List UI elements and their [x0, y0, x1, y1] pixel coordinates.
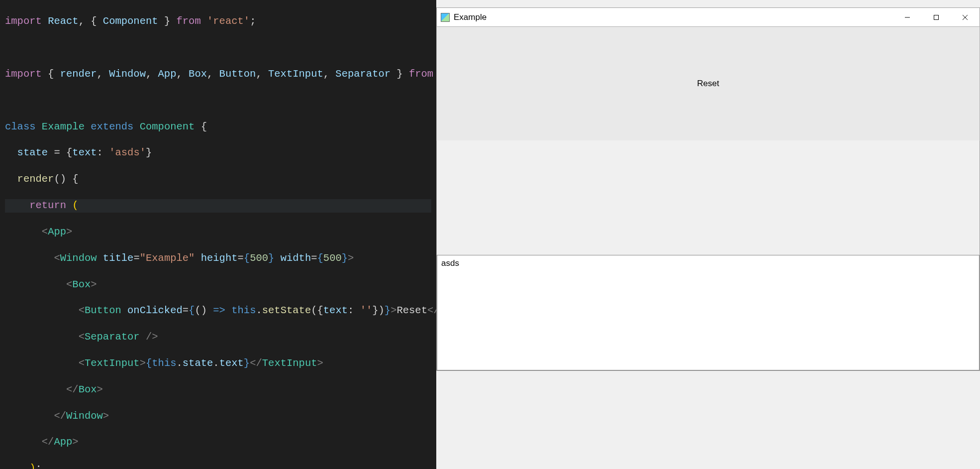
- code-block: import React, { Component } from 'react'…: [0, 0, 436, 469]
- maximize-icon: [933, 14, 939, 20]
- code-editor[interactable]: import React, { Component } from 'react'…: [0, 0, 436, 469]
- code-line: import { render, Window, App, Box, Butto…: [5, 68, 431, 81]
- code-line: <TextInput>{this.state.text}</TextInput>: [5, 357, 431, 370]
- code-line: import React, { Component } from 'react'…: [5, 15, 431, 28]
- code-line: <App>: [5, 226, 431, 238]
- code-line: render() {: [5, 173, 431, 186]
- code-line: </Box>: [5, 383, 431, 396]
- app-icon: [441, 13, 450, 22]
- minimize-button[interactable]: [893, 8, 922, 27]
- reset-button[interactable]: Reset: [436, 26, 980, 141]
- code-line: class Example extends Component {: [5, 120, 431, 133]
- svg-rect-1: [934, 15, 939, 19]
- code-line: state = {text: 'asds'}: [5, 146, 431, 159]
- code-line: );: [5, 462, 431, 469]
- text-input[interactable]: [437, 255, 980, 370]
- code-line-current: return (: [5, 199, 431, 212]
- minimize-icon: [904, 14, 910, 20]
- window-client: Reset: [437, 27, 980, 370]
- code-line: <Box>: [5, 278, 431, 291]
- code-line: <Window title="Example" height={500} wid…: [5, 252, 431, 265]
- titlebar[interactable]: Example: [437, 8, 980, 27]
- example-window: Example Reset: [436, 7, 980, 371]
- close-button[interactable]: [951, 8, 980, 27]
- code-line: <Separator />: [5, 331, 431, 344]
- close-icon: [962, 14, 968, 20]
- maximize-button[interactable]: [922, 8, 951, 27]
- window-title: Example: [454, 12, 487, 22]
- code-line: [5, 94, 431, 107]
- separator: [437, 140, 980, 255]
- desktop-area: Example Reset: [436, 0, 980, 469]
- code-line: [5, 41, 431, 54]
- code-line: </Window>: [5, 410, 431, 423]
- code-line: <Button onClicked={() => this.setState({…: [5, 304, 431, 317]
- code-line: </App>: [5, 436, 431, 449]
